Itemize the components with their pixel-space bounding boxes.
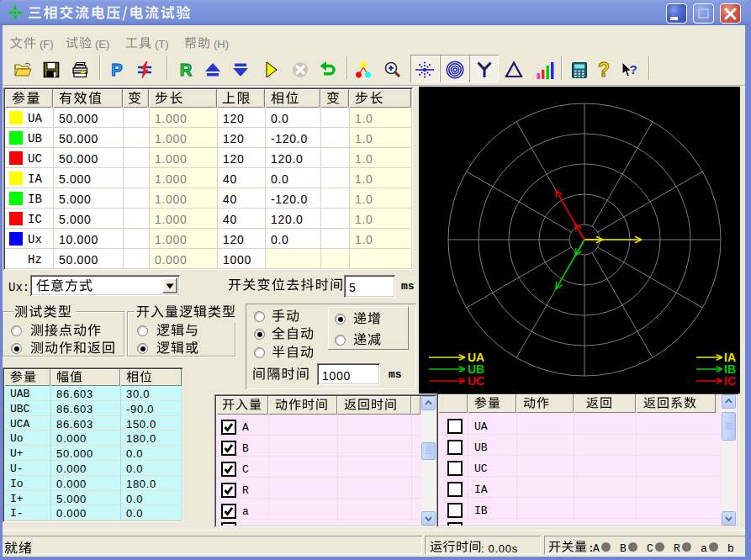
svg-text:?: ? <box>598 61 610 79</box>
svg-text:IC: IC <box>724 374 736 388</box>
svg-text:P: P <box>111 61 122 79</box>
svg-text:R: R <box>180 61 193 79</box>
svg-text:?: ? <box>629 62 637 77</box>
svg-text:UC: UC <box>468 374 484 388</box>
